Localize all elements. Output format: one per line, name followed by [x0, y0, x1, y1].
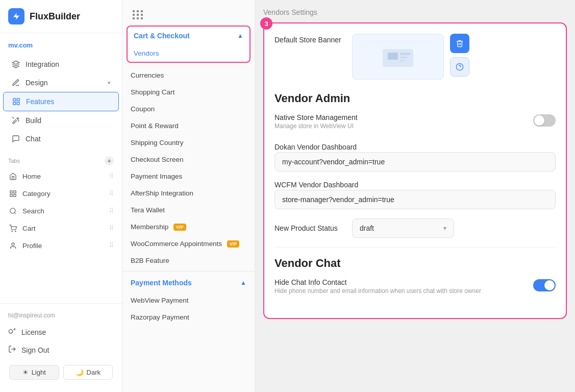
native-store-toggle[interactable] — [533, 114, 556, 127]
chevron-up-icon: ▲ — [237, 32, 243, 39]
tab-item-profile[interactable]: Profile ⠿ — [0, 237, 122, 254]
payment-images-item[interactable]: Payment Images — [122, 168, 255, 185]
nav-label-license: License — [21, 328, 46, 336]
checkout-screen-item[interactable]: Checkout Screen — [122, 151, 255, 168]
dokan-input[interactable] — [274, 152, 556, 172]
razorpay-item[interactable]: Razorpay Payment — [122, 309, 255, 326]
user-email: hi@inspireui.com — [0, 310, 122, 323]
aftership-item[interactable]: AfterShip Integration — [122, 185, 255, 202]
menu-item-vendors[interactable]: Vendors — [128, 45, 249, 62]
shopping-cart-item[interactable]: Shopping Cart — [122, 84, 255, 101]
divider — [274, 247, 556, 248]
svg-rect-6 — [13, 190, 15, 192]
product-status-label: New Product Status — [274, 224, 346, 232]
dokan-label: Dokan Vendor Dashboard — [274, 143, 556, 151]
hammer-icon — [11, 116, 20, 125]
add-tab-button[interactable]: + — [105, 156, 114, 165]
home-icon — [8, 172, 17, 181]
banner-label: Default Store Banner — [274, 34, 346, 44]
payment-methods-header[interactable]: Payment Methods ▲ — [122, 274, 255, 292]
svg-rect-4 — [17, 102, 19, 105]
product-status-select[interactable]: draft ▾ — [352, 218, 454, 238]
nav-label-features: Features — [26, 97, 54, 106]
nav-item-design[interactable]: Design ▾ — [3, 74, 119, 92]
coupon-item[interactable]: Coupon — [122, 101, 255, 117]
edit-banner-button[interactable] — [450, 57, 469, 77]
svg-line-10 — [14, 212, 16, 214]
svg-point-11 — [12, 231, 12, 231]
site-name[interactable]: mv.com — [0, 39, 122, 55]
svg-rect-18 — [400, 53, 410, 55]
product-status-value: draft — [360, 224, 374, 232]
tab-item-cart[interactable]: Cart ⠿ — [0, 219, 122, 237]
svg-point-13 — [12, 242, 14, 245]
nav-label-build: Build — [26, 116, 41, 125]
banner-preview — [352, 34, 444, 80]
hide-chat-toggle[interactable] — [533, 279, 556, 291]
grid-dots-icon[interactable] — [131, 8, 145, 21]
cart-checkout-header[interactable]: Cart & Checkout ▲ — [128, 27, 249, 45]
content-box: 3 Default Store Banner — [263, 22, 567, 319]
svg-rect-7 — [10, 194, 12, 196]
tera-wallet-item[interactable]: Tera Wallet — [122, 202, 255, 218]
moon-icon: 🌙 — [76, 369, 84, 376]
hide-chat-row: Hide Chat Info Contact Hide phone number… — [274, 278, 556, 299]
nav-label-design: Design — [26, 79, 48, 87]
webview-payment-item[interactable]: WebView Payment — [122, 292, 255, 309]
nav-item-features[interactable]: Features — [3, 92, 119, 111]
grid-icon — [12, 97, 21, 106]
light-theme-button[interactable]: ☀ Light — [9, 365, 59, 380]
category-icon — [8, 189, 17, 198]
layers-icon — [11, 60, 20, 69]
wcfm-input[interactable] — [274, 190, 556, 209]
point-reward-item[interactable]: Point & Reward — [122, 117, 255, 134]
tab-item-category[interactable]: Category ⠿ — [0, 185, 122, 202]
vip-badge: VIP — [173, 224, 186, 231]
svg-rect-1 — [13, 99, 16, 101]
svg-rect-2 — [17, 99, 19, 101]
tab-item-home[interactable]: Home ⠿ — [0, 167, 122, 185]
chevron-down-icon: ▾ — [108, 80, 111, 86]
nav-item-build[interactable]: Build — [3, 111, 119, 130]
nav-item-signout[interactable]: Sign Out — [0, 341, 122, 359]
tab-item-search[interactable]: Search ⠿ — [0, 202, 122, 219]
banner-section: Default Store Banner — [274, 34, 556, 80]
shipping-country-item[interactable]: Shipping Country — [122, 134, 255, 151]
svg-rect-8 — [13, 194, 15, 196]
nav-item-license[interactable]: License — [0, 323, 122, 341]
native-store-row: Native Store Management Manage store in … — [274, 113, 556, 134]
middle-panel: Cart & Checkout ▲ Vendors Currencies Sho… — [122, 0, 255, 392]
page-title: Vendors Settings — [263, 8, 567, 16]
svg-marker-0 — [12, 61, 19, 64]
svg-rect-5 — [10, 190, 12, 192]
currencies-item[interactable]: Currencies — [122, 67, 255, 84]
tab-label-cart: Cart — [22, 225, 36, 232]
tabs-section-label: Tabs + — [0, 152, 122, 167]
vendor-chat-title: Vendor Chat — [274, 257, 556, 270]
nav-item-integration[interactable]: Integration — [3, 55, 119, 74]
svg-rect-20 — [400, 60, 404, 61]
delete-banner-button[interactable] — [450, 34, 469, 53]
b2b-item[interactable]: B2B Feature — [122, 252, 255, 269]
dokan-field-row: Dokan Vendor Dashboard — [274, 143, 556, 172]
native-store-info: Native Store Management Manage store in … — [274, 113, 358, 134]
theme-toggle: ☀ Light 🌙 Dark — [4, 361, 118, 384]
svg-point-12 — [15, 231, 15, 231]
drag-handle-icon: ⠿ — [109, 173, 114, 180]
cart-checkout-title: Cart & Checkout — [134, 32, 190, 40]
nav-label-signout: Sign Out — [21, 346, 49, 354]
tab-label-category: Category — [22, 190, 51, 198]
nav-label-integration: Integration — [26, 60, 59, 68]
key-icon — [8, 327, 16, 337]
wcfm-field-row: WCFM Vendor Dashboard — [274, 181, 556, 209]
person-icon — [8, 241, 17, 250]
drag-handle-icon: ⠿ — [109, 207, 114, 214]
dark-theme-button[interactable]: 🌙 Dark — [63, 365, 113, 380]
app-name: FluxBuilder — [30, 11, 80, 22]
woocommerce-appt-item[interactable]: WooCommerce Appointments VIP — [122, 235, 255, 252]
wcfm-label: WCFM Vendor Dashboard — [274, 181, 556, 189]
membership-item[interactable]: Membership VIP — [122, 218, 255, 235]
nav-item-chat[interactable]: Chat — [3, 130, 119, 148]
tab-label-search: Search — [22, 207, 44, 215]
sidebar-content: mv.com Integration Design ▾ Features Bu — [0, 33, 122, 303]
